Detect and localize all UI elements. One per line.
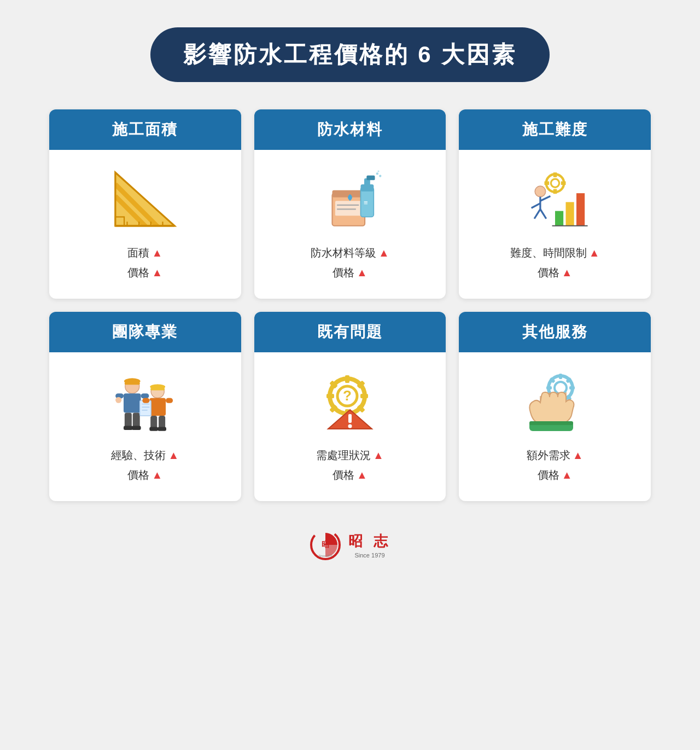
card-difficulty-line2: 價格▲ <box>510 263 600 282</box>
card-material-line2: 價格▲ <box>311 263 389 282</box>
svg-rect-57 <box>150 398 166 416</box>
card-difficulty-header: 施工難度 <box>459 109 651 150</box>
svg-rect-50 <box>125 412 132 428</box>
card-difficulty-body: 難度、時間限制▲ 價格▲ <box>459 150 651 299</box>
svg-rect-63 <box>166 398 173 403</box>
svg-line-34 <box>531 204 540 208</box>
workers-icon <box>109 369 180 434</box>
svg-rect-29 <box>576 193 585 226</box>
gear-warning-icon: ? <box>314 369 386 434</box>
svg-rect-27 <box>555 211 563 226</box>
card-area-line2: 價格▲ <box>127 263 162 282</box>
card-area-header: 施工面積 <box>49 109 241 150</box>
card-team-line2: 價格▲ <box>111 465 179 485</box>
svg-rect-45 <box>125 382 140 385</box>
card-service-text: 額外需求▲ 價格▲ <box>527 445 584 485</box>
card-service-body: 額外需求▲ 價格▲ <box>459 352 651 501</box>
svg-rect-22 <box>366 176 375 181</box>
svg-text:昭: 昭 <box>322 540 329 549</box>
title-banner: 影響防水工程價格的 6 大因素 <box>150 27 550 82</box>
svg-rect-84 <box>559 374 562 379</box>
svg-rect-62 <box>143 398 150 403</box>
svg-point-25 <box>377 170 379 172</box>
svg-line-35 <box>534 209 540 218</box>
svg-rect-66 <box>150 427 159 431</box>
card-team-text: 經驗、技術▲ 價格▲ <box>111 445 179 485</box>
worker-chart-icon <box>520 166 591 232</box>
svg-point-31 <box>535 186 546 197</box>
svg-rect-87 <box>569 386 575 389</box>
card-service-header: 其他服務 <box>459 312 651 352</box>
brand-name-container: 昭 志 Since 1979 <box>348 532 390 559</box>
svg-rect-41 <box>544 182 549 185</box>
card-material-title: 防水材料 <box>254 119 446 140</box>
card-problem-text: 需處理狀況▲ 價格▲ <box>316 445 384 485</box>
card-difficulty-line1: 難度、時間限制▲ <box>510 243 600 263</box>
svg-text:Since 1979: Since 1979 <box>319 554 332 557</box>
card-area-text: 面積▲ 價格▲ <box>127 243 162 282</box>
svg-rect-16 <box>335 201 362 216</box>
svg-rect-51 <box>133 412 140 428</box>
svg-rect-28 <box>565 202 574 225</box>
svg-rect-86 <box>546 386 552 389</box>
paint-bucket-icon: ≡ <box>314 166 386 232</box>
card-problem-line1: 需處理狀況▲ <box>316 445 384 465</box>
main-title: 影響防水工程價格的 6 大因素 <box>183 39 517 70</box>
card-team-title: 團隊專業 <box>49 322 241 342</box>
brand-logo: 昭 Since 1979 <box>309 528 342 561</box>
card-team-body: 經驗、技術▲ 價格▲ <box>49 352 241 501</box>
svg-rect-40 <box>553 189 557 194</box>
svg-point-38 <box>551 179 559 187</box>
svg-point-49 <box>115 397 121 403</box>
hand-gear-icon <box>520 369 591 434</box>
card-area-body: 面積▲ 價格▲ <box>49 150 241 299</box>
card-material-body: ≡ 防水材料等級▲ 價格▲ <box>254 150 446 299</box>
card-problem-body: ? 需處理狀況▲ 價格▲ <box>254 352 446 501</box>
card-area: 施工面積 <box>49 109 241 299</box>
svg-rect-53 <box>132 426 141 430</box>
svg-rect-48 <box>141 393 149 398</box>
card-service-line2: 價格▲ <box>527 465 584 485</box>
svg-rect-39 <box>553 172 557 177</box>
svg-rect-70 <box>345 375 349 383</box>
svg-rect-80 <box>348 414 352 423</box>
footer: 昭 Since 1979 昭 志 Since 1979 <box>309 528 390 561</box>
card-service: 其他服務 <box>459 312 651 501</box>
card-problem: 既有問題 <box>254 312 446 501</box>
svg-rect-52 <box>124 426 133 430</box>
card-problem-title: 既有問題 <box>254 322 446 342</box>
svg-rect-56 <box>151 388 165 391</box>
cards-grid: 施工面積 <box>49 109 651 501</box>
brand-name: 昭 志 <box>348 532 390 551</box>
svg-rect-73 <box>360 394 368 398</box>
since-text: Since 1979 <box>348 552 390 559</box>
card-area-title: 施工面積 <box>49 119 241 140</box>
card-material-text: 防水材料等級▲ 價格▲ <box>311 243 389 282</box>
card-material-line1: 防水材料等級▲ <box>311 243 389 263</box>
svg-rect-46 <box>124 393 141 412</box>
card-service-title: 其他服務 <box>459 322 651 342</box>
ruler-triangle-icon <box>109 166 180 232</box>
card-service-line1: 額外需求▲ <box>527 445 584 465</box>
card-difficulty: 施工難度 <box>459 109 651 299</box>
svg-rect-97 <box>529 421 573 425</box>
card-problem-line2: 價格▲ <box>316 465 384 485</box>
svg-rect-42 <box>561 182 565 185</box>
svg-rect-72 <box>326 394 334 398</box>
svg-text:≡: ≡ <box>364 199 368 207</box>
svg-point-81 <box>348 425 352 428</box>
card-difficulty-title: 施工難度 <box>459 119 651 140</box>
svg-text:?: ? <box>343 387 352 404</box>
svg-rect-67 <box>158 427 167 431</box>
card-problem-header: 既有問題 <box>254 312 446 352</box>
card-area-line1: 面積▲ <box>127 243 162 263</box>
svg-line-6 <box>151 172 174 196</box>
svg-point-24 <box>379 175 381 177</box>
card-team: 團隊專業 <box>49 312 241 501</box>
svg-line-36 <box>540 209 546 218</box>
card-team-header: 團隊專業 <box>49 312 241 352</box>
card-material: 防水材料 <box>254 109 446 299</box>
svg-point-23 <box>376 172 378 175</box>
card-material-header: 防水材料 <box>254 109 446 150</box>
card-team-line1: 經驗、技術▲ <box>111 445 179 465</box>
